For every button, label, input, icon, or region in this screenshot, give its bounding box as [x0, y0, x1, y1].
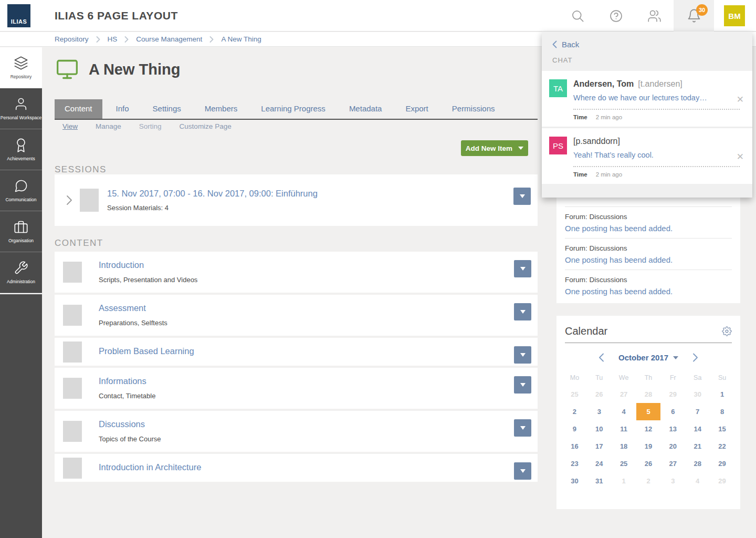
subtab[interactable]: Sorting	[139, 122, 162, 130]
user-avatar[interactable]: BM	[724, 5, 745, 26]
calendar-day[interactable]: 20	[660, 438, 685, 455]
calendar-day[interactable]: 30	[562, 472, 587, 490]
next-month-button[interactable]	[692, 353, 698, 362]
calendar-day[interactable]: 8	[710, 403, 734, 420]
chat-message-link[interactable]: Yeah! That’s really cool.	[573, 151, 740, 159]
calendar-day[interactable]: 28	[636, 386, 661, 403]
gear-icon[interactable]	[722, 326, 732, 336]
help-button[interactable]	[597, 0, 635, 32]
calendar-day[interactable]: 15	[710, 420, 734, 438]
tab[interactable]: Export	[395, 99, 438, 119]
calendar-day[interactable]: 18	[612, 438, 636, 455]
content-item-title-link[interactable]: Informations	[99, 376, 146, 386]
calendar-day[interactable]: 27	[660, 455, 685, 472]
calendar-day[interactable]: 27	[612, 386, 636, 403]
tab[interactable]: Settings	[143, 99, 191, 119]
calendar-day[interactable]: 9	[562, 420, 587, 438]
sidebar-item-repository[interactable]: Repository	[0, 47, 42, 88]
ilias-logo[interactable]: ILIAS	[7, 4, 30, 27]
chat-message-link[interactable]: Where do we have our lectures today…	[573, 94, 740, 102]
calendar-day[interactable]: 3	[587, 403, 612, 420]
calendar-day[interactable]: 28	[685, 455, 710, 472]
month-selector[interactable]: October 2017	[618, 353, 678, 362]
calendar-day[interactable]: 1	[710, 386, 734, 403]
dismiss-notification-button[interactable]: ✕	[737, 94, 744, 105]
previous-month-button[interactable]	[598, 353, 604, 362]
item-actions-dropdown[interactable]	[514, 462, 531, 480]
breadcrumb-link[interactable]: Repository	[55, 35, 89, 43]
calendar-day[interactable]: 12	[636, 420, 661, 438]
item-actions-dropdown[interactable]	[514, 346, 531, 364]
forum-feed-link[interactable]: One posting has beend added.	[565, 224, 732, 233]
calendar-day[interactable]: 29	[710, 455, 734, 472]
tab[interactable]: Members	[195, 99, 248, 119]
breadcrumb-link[interactable]: Course Management	[136, 35, 202, 43]
calendar-day[interactable]: 11	[612, 420, 636, 438]
session-actions-dropdown[interactable]	[513, 188, 531, 205]
calendar-day[interactable]: 26	[636, 455, 661, 472]
sidebar-item-communication[interactable]: Communication	[0, 170, 42, 211]
content-item-title-link[interactable]: Introduction	[99, 260, 144, 270]
subtab[interactable]: View	[62, 122, 78, 130]
calendar-day[interactable]: 13	[660, 420, 685, 438]
calendar-day[interactable]: 29	[710, 472, 734, 490]
forum-feed-link[interactable]: One posting has beend added.	[565, 255, 732, 264]
calendar-day[interactable]: 7	[685, 403, 710, 420]
calendar-day[interactable]: 14	[685, 420, 710, 438]
calendar-day[interactable]: 4	[685, 472, 710, 490]
breadcrumb-link[interactable]: HS	[108, 35, 118, 43]
tab[interactable]: Permissions	[442, 99, 505, 119]
item-actions-dropdown[interactable]	[514, 260, 531, 277]
tab[interactable]: Content	[55, 99, 102, 119]
dotted-divider	[573, 166, 740, 167]
calendar-day[interactable]: 21	[685, 438, 710, 455]
calendar-day[interactable]: 4	[612, 403, 636, 420]
tab[interactable]: Info	[106, 99, 139, 119]
forum-feed-link[interactable]: One posting has beend added.	[565, 287, 732, 296]
calendar-day[interactable]: 2	[636, 472, 661, 490]
calendar-day[interactable]: 23	[562, 455, 587, 472]
sidebar-item-administration[interactable]: Administration	[0, 252, 42, 293]
content-item-title-link[interactable]: Introduction in Architecture	[99, 462, 201, 472]
calendar-day[interactable]: 6	[660, 403, 685, 420]
back-button[interactable]: Back	[542, 32, 752, 51]
calendar-day[interactable]: 1	[612, 472, 636, 490]
calendar-day[interactable]: 29	[660, 386, 685, 403]
tab[interactable]: Metadata	[339, 99, 392, 119]
calendar-day[interactable]: 5	[636, 403, 661, 420]
content-item-title-link[interactable]: Discussions	[99, 419, 145, 429]
item-actions-dropdown[interactable]	[514, 376, 531, 394]
content-item-title-link[interactable]: Problem Based Learning	[99, 346, 194, 356]
calendar-day[interactable]: 30	[685, 386, 710, 403]
calendar-day[interactable]: 31	[587, 472, 612, 490]
calendar-day[interactable]: 26	[587, 386, 612, 403]
notification-badge: 30	[696, 4, 708, 16]
add-new-item-button[interactable]: Add New Item	[461, 140, 528, 156]
sidebar-item-organisation[interactable]: Organisation	[0, 211, 42, 252]
calendar-day[interactable]: 16	[562, 438, 587, 455]
search-button[interactable]	[559, 0, 597, 32]
tab[interactable]: Learning Progress	[251, 99, 335, 119]
subtab[interactable]: Manage	[96, 122, 121, 130]
calendar-day[interactable]: 25	[562, 386, 587, 403]
item-actions-dropdown[interactable]	[514, 419, 531, 437]
calendar-day[interactable]: 25	[612, 455, 636, 472]
content-item-title-link[interactable]: Assessment	[99, 303, 146, 313]
calendar-day[interactable]: 19	[636, 438, 661, 455]
calendar-day[interactable]: 2	[562, 403, 587, 420]
subtab[interactable]: Customize Page	[180, 122, 232, 130]
calendar-day[interactable]: 17	[587, 438, 612, 455]
sidebar-item-personal-workspace[interactable]: Personal Workspace	[0, 88, 42, 129]
calendar-day[interactable]: 24	[587, 455, 612, 472]
notifications-button[interactable]: 30	[674, 0, 714, 32]
who-is-online-button[interactable]	[635, 0, 674, 32]
expand-session-button[interactable]	[66, 195, 72, 208]
calendar-day[interactable]: 10	[587, 420, 612, 438]
calendar-day[interactable]: 22	[710, 438, 734, 455]
dismiss-notification-button[interactable]: ✕	[737, 151, 744, 162]
session-title-link[interactable]: 15. Nov 2017, 07:00 - 16. Nov 2017, 09:0…	[107, 189, 318, 198]
sidebar-item-achievements[interactable]: Achievements	[0, 129, 42, 170]
breadcrumb-link[interactable]: A New Thing	[221, 35, 261, 43]
item-actions-dropdown[interactable]	[514, 303, 531, 320]
calendar-day[interactable]: 3	[660, 472, 685, 490]
